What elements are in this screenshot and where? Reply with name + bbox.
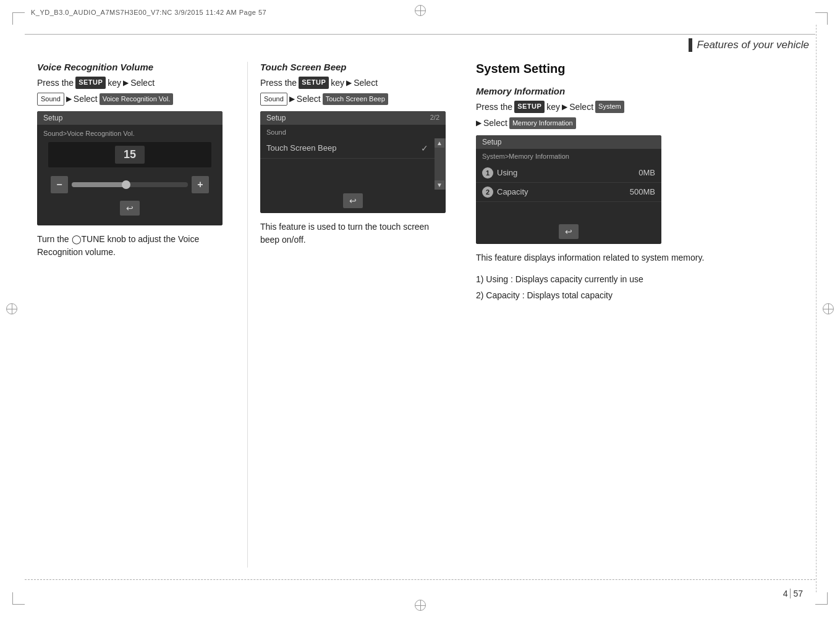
sys-breadcrumb: System>Memory Information [476,149,661,164]
scroll-up-btn[interactable]: ▲ [435,138,444,148]
vol-plus-btn[interactable]: + [192,176,209,193]
beep-description: This feature is used to turn the touch s… [260,220,445,247]
voice-recognition-description: Turn the ◯TUNE knob to adjust the Voice … [37,233,235,259]
voice-recognition-instruction2: Sound ▶ Select Voice Recognition Vol. [37,92,235,106]
system-instruction-2: ▶ Select Memory Information [476,116,803,130]
press-the-label: Press the [37,76,74,90]
beep-select-label: Select [354,76,378,90]
back-btn-left[interactable]: ↩ [120,201,140,216]
system-screen: Setup System>Memory Information 1 Using … [476,135,661,244]
sound-badge-left: Sound [37,93,64,106]
scroll-down-btn[interactable]: ▼ [435,180,444,190]
setup-badge-right: SETUP [514,101,545,113]
select2-label-left: Select [74,92,98,106]
memory-badge: Memory Information [509,117,576,130]
back-btn-row-left: ↩ [43,197,216,220]
using-value: 0MB [638,168,655,177]
setup-badge-left: SETUP [75,77,106,89]
col-voice-recognition: Voice Recognition Volume Press the SETUP… [37,62,247,568]
col-touch-screen-beep: Touch Screen Beep Press the SETUP key ▶ … [247,62,457,568]
right-dashed-border [816,25,817,592]
key-label-left: key [108,76,121,90]
beep-list-label: Touch Screen Beep [266,143,336,153]
page-header-bar [689,38,692,52]
bottom-rule [25,579,815,580]
beep-press-label: Press the [260,76,297,90]
page-header: Features of your vehicle [689,38,809,52]
beep-screen-body: Sound Touch Screen Beep ✓ ▲ ▼ [260,125,446,213]
sys-screen-header: Setup [476,135,661,149]
using-label: Using [497,168,517,177]
touch-screen-beep-screen: Setup 2/2 Sound Touch Screen Beep ✓ ▲ [260,111,446,213]
vol-number: 15 [115,146,145,164]
arrow-left-2: ▶ [66,93,72,105]
chapter-num: 4 [783,589,788,598]
arrow-right-2: ▶ [476,117,482,129]
sys-screen-body: System>Memory Information 1 Using 0MB 2 … [476,149,661,244]
back-btn-row-middle: ↩ [260,190,446,213]
bullet-item-1: 1) Using : Displays capacity currently i… [476,273,803,287]
page-header-text: Features of your vehicle [697,39,809,51]
reg-circle-top [415,5,426,16]
sys-row-capacity-label: 2 Capacity [482,187,528,198]
beep-breadcrumb: Sound [260,125,446,138]
sys-key-label: key [546,100,560,114]
page-divider [790,589,791,598]
beep-list-item: Touch Screen Beep ✓ [260,138,435,159]
system-badge: System [595,101,624,113]
vol-badge-left: Voice Recognition Vol. [100,93,173,106]
crop-mark-bl [12,592,25,605]
circle-num-2: 2 [482,187,493,198]
beep-select2-label: Select [297,92,321,106]
reg-circle-right [823,303,834,314]
beep-check-mark: ✓ [421,143,428,153]
crop-mark-tr [815,12,828,25]
vol-minus-btn[interactable]: − [51,176,68,193]
beep-instruction-2: Sound ▶ Select Touch Screen Beep [260,92,445,106]
main-content: Voice Recognition Volume Press the SETUP… [37,62,803,568]
voice-recognition-screen: Setup Sound>Voice Recognition Vol. 15 − … [37,111,223,225]
arrow-right-1: ▶ [562,101,567,113]
vol-display: 15 [48,142,211,167]
sys-select-label: Select [569,100,593,114]
scroll-track [435,148,446,180]
setup-badge-middle: SETUP [299,77,329,89]
system-setting-title: System Setting [476,62,803,76]
system-instruction-1: Press the SETUP key ▶ Select System [476,100,803,114]
file-info: K_YD_B3.0_AUDIO_A7MS7H3E00_V7:NC 3/9/201… [31,9,266,16]
back-btn-right[interactable]: ↩ [559,224,579,239]
crop-mark-br [815,592,828,605]
sys-row-capacity: 2 Capacity 500MB [476,183,661,202]
beep-body-rel: Touch Screen Beep ✓ ▲ ▼ [260,138,446,190]
arrow-middle-2: ▶ [289,93,295,105]
capacity-value: 500MB [630,187,655,196]
bullet-item-2: 2) Capacity : Displays total capacity [476,289,803,303]
top-rule [25,34,815,35]
vol-slider-row: − + [43,172,216,197]
sys-row-using: 1 Using 0MB [476,164,661,183]
beep-instruction-1: Press the SETUP key ▶ Select [260,76,445,90]
back-btn-row-right: ↩ [476,220,661,244]
beep-badge-middle: Touch Screen Beep [323,93,388,106]
beep-screen-header: Setup 2/2 [260,111,446,125]
page-num-text: 57 [793,589,803,598]
sys-row-using-label: 1 Using [482,167,517,178]
voice-recognition-instruction: Press the SETUP key ▶ Select [37,76,235,90]
screen-header-left: Setup [37,111,223,125]
col-system-setting: System Setting Memory Information Press … [457,62,803,568]
voice-recognition-title: Voice Recognition Volume [37,62,235,72]
beep-content: Touch Screen Beep ✓ [260,138,435,190]
system-bullet-list: 1) Using : Displays capacity currently i… [476,273,803,302]
sys-select2-label: Select [483,116,507,130]
circle-num-1: 1 [482,167,493,178]
select-label-left: Select [130,76,155,90]
beep-empty-space [260,159,435,190]
sys-press-label: Press the [476,100,512,114]
page-number: 4 57 [783,589,803,598]
sound-badge-middle: Sound [260,93,287,106]
capacity-label: Capacity [497,187,528,196]
back-btn-middle[interactable]: ↩ [343,193,363,208]
reg-circle-left [6,303,17,314]
page-indicator-middle: 2/2 [430,114,439,121]
vol-slider-thumb [122,180,130,189]
